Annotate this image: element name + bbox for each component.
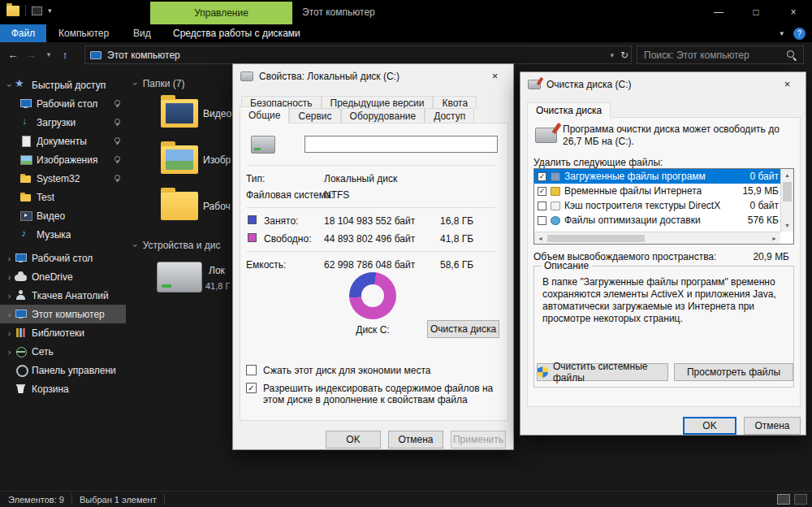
disk-usage-donut — [349, 272, 396, 319]
search-input[interactable] — [637, 46, 803, 63]
checkbox-unchecked[interactable] — [538, 216, 546, 225]
expander-icon[interactable]: › — [4, 254, 15, 263]
sidebar-item-onedrive[interactable]: › OneDrive — [0, 267, 126, 286]
customize-toolbar-arrow-icon[interactable]: ▾ — [48, 6, 52, 15]
tab-disk-cleanup[interactable]: Очистка диска — [527, 102, 611, 118]
scrollbar-thumb[interactable] — [547, 235, 645, 242]
refresh-icon[interactable]: ↻ — [620, 50, 628, 61]
sidebar-item-downloads[interactable]: Загрузки — [0, 113, 126, 132]
ok-button[interactable]: OK — [683, 417, 736, 435]
sidebar-item-control-panel[interactable]: Панель управлени — [0, 361, 126, 379]
file-menu-button[interactable]: Файл — [0, 24, 46, 42]
sidebar-item-pictures[interactable]: Изображения — [0, 150, 126, 169]
recent-locations-dropdown[interactable]: ▾ — [41, 46, 57, 63]
folder-icon — [161, 145, 198, 174]
tab-sharing[interactable]: Доступ — [425, 108, 474, 124]
scroll-left-icon[interactable]: ◄ — [534, 236, 546, 241]
clean-system-files-button[interactable]: Очистить системные файлы — [537, 363, 668, 381]
cancel-button[interactable]: Отмена — [388, 431, 443, 448]
scroll-up-icon[interactable]: ▲ — [781, 169, 793, 181]
sidebar-item-libraries[interactable]: › Библиотеки — [0, 323, 126, 342]
close-icon[interactable]: × — [769, 72, 806, 96]
divider — [164, 494, 165, 505]
cleanup-file-list[interactable]: ✓ Загруженные файлы программ 0 байт ✓ Вр… — [533, 168, 794, 245]
expander-icon[interactable]: › — [4, 291, 15, 301]
search-icon[interactable] — [787, 50, 797, 60]
tab-tools[interactable]: Сервис — [289, 108, 340, 124]
volume-label-input[interactable] — [304, 136, 498, 153]
sidebar-item-recycle-bin[interactable]: Корзина — [0, 379, 126, 398]
file-row-delivery-optimization[interactable]: Файлы оптимизации доставки 576 КБ — [534, 213, 782, 228]
checkbox-unchecked[interactable] — [246, 365, 257, 375]
sidebar-item-music[interactable]: Музыка — [0, 225, 126, 244]
sidebar-item-quick-access[interactable]: › Быстрый доступ — [0, 76, 126, 94]
dialog-titlebar[interactable]: Очистка диска (C:) — [520, 72, 806, 97]
disk-icon — [240, 72, 253, 81]
scroll-right-icon[interactable]: ► — [768, 236, 780, 241]
expander-icon[interactable]: › — [4, 310, 15, 319]
scroll-down-icon[interactable]: ▼ — [781, 219, 793, 232]
forward-button[interactable]: → — [23, 46, 39, 63]
delete-files-label: Удалить следующие файлы: — [533, 157, 663, 168]
tab-hardware[interactable]: Оборудование — [341, 108, 425, 124]
collapse-ribbon-icon[interactable]: ▾ — [780, 29, 784, 37]
index-checkbox-row[interactable]: ✓ Разрешить индексировать содержимое фай… — [246, 383, 494, 405]
checkbox-unchecked[interactable] — [538, 202, 546, 210]
file-row-temp-internet-files[interactable]: ✓ Временные файлы Интернета 15,9 МБ — [534, 184, 782, 198]
devices-group-header[interactable]: › Устройства и дис — [134, 240, 221, 251]
help-icon[interactable]: ? — [793, 28, 806, 40]
back-button[interactable]: ← — [5, 46, 21, 63]
details-view-button[interactable] — [777, 494, 790, 505]
expander-icon[interactable]: › — [5, 80, 15, 90]
tab-computer[interactable]: Компьютер — [46, 24, 121, 42]
this-pc-icon — [90, 51, 102, 59]
checkbox-checked[interactable]: ✓ — [538, 172, 546, 181]
sidebar-item-test[interactable]: Test — [0, 188, 126, 206]
ok-button[interactable]: OK — [326, 431, 381, 448]
manage-contextual-tab[interactable]: Управление — [150, 2, 292, 24]
close-button[interactable]: × — [775, 0, 812, 24]
view-files-button[interactable]: Просмотреть файлы — [674, 363, 793, 381]
collapse-group-icon[interactable]: › — [131, 244, 140, 247]
address-field[interactable]: Этот компьютер ▾ ↻ — [84, 46, 632, 64]
properties-shortcut-icon[interactable] — [32, 6, 42, 15]
search-box[interactable] — [637, 46, 804, 64]
sidebar-item-network[interactable]: › Сеть — [0, 342, 126, 361]
cancel-button[interactable]: Отмена — [744, 417, 801, 435]
sidebar-item-this-pc[interactable]: › Этот компьютер — [0, 305, 126, 323]
close-icon[interactable]: × — [477, 64, 513, 88]
sidebar-item-system32[interactable]: System32 — [0, 169, 126, 188]
folder-icon — [19, 173, 32, 184]
folders-group-header[interactable]: › Папки (7) — [134, 78, 184, 89]
minimize-button[interactable]: — — [700, 0, 737, 24]
sidebar-item-user-profile[interactable]: › Ткачев Анатолий — [0, 286, 126, 305]
sidebar-item-documents[interactable]: Документы — [0, 132, 126, 150]
sidebar-item-desktop-root[interactable]: › Рабочий стол — [0, 249, 126, 267]
dialog-titlebar[interactable]: Свойства: Локальный диск (C:) — [233, 64, 513, 89]
up-button[interactable]: ↑ — [57, 46, 73, 63]
file-row-downloaded-program-files[interactable]: ✓ Загруженные файлы программ 0 байт — [534, 169, 782, 184]
horizontal-scrollbar[interactable]: ◄ ► — [534, 232, 780, 244]
vertical-scrollbar[interactable]: ▲ ▼ — [780, 169, 793, 232]
address-dropdown-icon[interactable]: ▾ — [610, 51, 614, 59]
checkbox-checked[interactable]: ✓ — [538, 187, 546, 196]
checkbox-checked[interactable]: ✓ — [246, 383, 257, 393]
sidebar-item-desktop[interactable]: Рабочий стол — [0, 94, 126, 113]
apply-button[interactable]: Применить — [451, 431, 506, 448]
collapse-group-icon[interactable]: › — [131, 82, 140, 85]
compress-checkbox-row[interactable]: Сжать этот диск для экономии места — [246, 365, 494, 376]
tab-view[interactable]: Вид — [121, 24, 163, 42]
expander-icon[interactable]: › — [4, 272, 15, 282]
tab-disk-tools[interactable]: Средства работы с дисками — [161, 24, 313, 42]
maximize-button[interactable]: □ — [737, 0, 775, 24]
scrollbar-thumb[interactable] — [783, 182, 792, 202]
sidebar-item-videos[interactable]: Видео — [0, 206, 126, 225]
breadcrumb[interactable]: Этот компьютер — [107, 50, 180, 61]
expander-icon[interactable]: › — [4, 328, 15, 338]
tab-general[interactable]: Общие — [240, 106, 289, 124]
thumbnails-view-button[interactable] — [794, 494, 807, 505]
computer-icon — [15, 309, 27, 319]
expander-icon[interactable]: › — [4, 347, 15, 357]
file-row-directx-cache[interactable]: Кэш построителя текстуры DirectX 0 байт — [534, 198, 782, 213]
disk-cleanup-button[interactable]: Очистка диска — [427, 320, 499, 338]
